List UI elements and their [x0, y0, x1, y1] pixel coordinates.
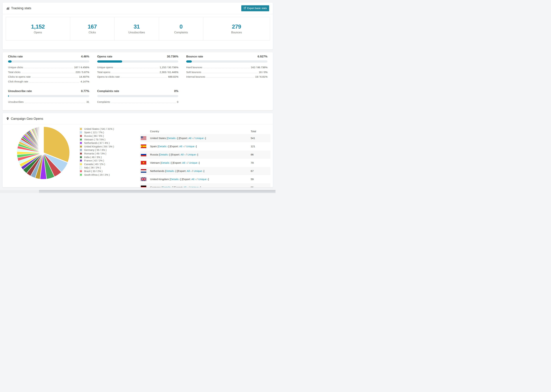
- legend-item-south-africa: South Africa ( 29 / 2% ): [80, 173, 114, 176]
- country-column-header: Country: [140, 130, 159, 133]
- link-separator: /: [191, 169, 194, 172]
- legend-swatch: [80, 149, 82, 151]
- legend-label: Brazil ( 33 / 2% ): [84, 170, 103, 173]
- rate-value-unsubscribe-rate: 0.77%: [81, 90, 89, 93]
- export-basic-stats-button[interactable]: Export basic stats: [241, 5, 269, 11]
- details-link[interactable]: Details ›: [170, 178, 180, 181]
- bracket-close: ]: [199, 161, 200, 164]
- details-link[interactable]: Details ›: [158, 145, 168, 148]
- export-all-link[interactable]: All ›: [184, 186, 188, 187]
- detail-value: 0: [177, 100, 178, 103]
- legend-item-netherlands: Netherlands ( 67 / 4% ): [80, 141, 114, 145]
- legend-label: France ( 42 / 2% ): [84, 159, 104, 162]
- export-unique-link[interactable]: Unique ›: [198, 178, 208, 181]
- geo-row-russia: Russia [Details ›] [Export: All › / Uniq…: [140, 151, 270, 159]
- card-padding: [3, 41, 273, 49]
- export-prefix: ] [Export:: [170, 153, 181, 156]
- rate-card-clicks-rate: Clicks rate4.46%Unique clicks167 / 4.456…: [8, 55, 89, 85]
- geo-row-total: 121: [251, 145, 255, 148]
- detail-row-total-clicks: Total clicks220 / 5.87%: [8, 71, 89, 75]
- detail-label: Click through rate: [8, 80, 28, 83]
- geo-row-total: 59: [251, 178, 254, 181]
- details-link[interactable]: Details ›: [160, 153, 170, 156]
- rate-value-bounce-rate: 6.927%: [258, 55, 268, 58]
- bracket-close: ]: [198, 153, 198, 156]
- detail-value: 14.497%: [79, 75, 89, 78]
- legend-item-canada: Canada ( 40 / 2% ): [80, 162, 114, 166]
- legend-label: Italy ( 36 / 2% ): [84, 166, 101, 169]
- detail-label: Complaints: [97, 100, 110, 103]
- stat-value-opens: 1,152: [31, 23, 45, 30]
- export-unique-link[interactable]: Unique ›: [186, 145, 196, 148]
- details-link[interactable]: Details ›: [162, 186, 172, 187]
- export-all-link[interactable]: All ›: [187, 169, 191, 172]
- flag-ru: [141, 153, 146, 156]
- export-unique-link[interactable]: Unique ›: [190, 186, 200, 187]
- dotted-leader: [32, 77, 78, 78]
- geo-row-country-cell: Russia [Details ›] [Export: All › / Uniq…: [140, 153, 198, 156]
- dotted-leader: [202, 73, 258, 73]
- dotted-leader: [24, 68, 73, 68]
- bracket-close: ]: [200, 186, 201, 187]
- dotted-leader: [114, 68, 158, 68]
- rate-title-clicks-rate: Clicks rate: [8, 55, 23, 58]
- detail-label: Opens to clicks rate: [97, 75, 120, 78]
- rate-title-row: Unsubscribe rate0.77%: [8, 90, 89, 93]
- legend-item-germany: Germany ( 55 / 3% ): [80, 148, 114, 152]
- legend-item-romania: Romania ( 49 / 3% ): [80, 152, 114, 155]
- export-all-link[interactable]: All ›: [182, 161, 187, 164]
- details-link[interactable]: Details ›: [168, 137, 177, 140]
- map-pin-icon: [6, 117, 9, 120]
- legend-label: India ( 46 / 3% ): [84, 156, 102, 159]
- geo-row-country-cell: Netherlands [Details ›] [Export: All › /…: [140, 169, 204, 173]
- legend-swatch: [80, 159, 82, 162]
- detail-value: 2,303 / 61.446%: [160, 71, 178, 74]
- bracket-close: ]: [208, 178, 209, 181]
- dotted-leader: [25, 103, 85, 103]
- stat-label-clicks: Clicks: [89, 31, 96, 34]
- details-link[interactable]: Details ›: [166, 169, 176, 172]
- detail-label: Total clicks: [8, 71, 21, 74]
- geo-row-vietnam: Vietnam [Details ›] [Export: All › / Uni…: [140, 159, 270, 167]
- rate-title-row: Bounce rate6.927%: [186, 55, 268, 58]
- legend-item-united-kingdom: United Kingdom ( 59 / 3% ): [80, 145, 114, 148]
- export-unique-link[interactable]: Unique ›: [194, 169, 204, 172]
- stat-unsubscribes: 31Unsubscribes: [114, 17, 159, 40]
- geo-opens-pie-chart: [16, 125, 71, 181]
- detail-value: 31: [86, 100, 89, 103]
- export-unique-link[interactable]: Unique ›: [195, 137, 205, 140]
- detail-value: 167 / 4.456%: [74, 66, 89, 69]
- stat-bounces: 279Bounces: [203, 17, 270, 40]
- rate-card-bounce-rate: Bounce rate6.927%Hard bounces242 / 86.73…: [186, 55, 268, 85]
- bar-chart-icon: [6, 7, 9, 10]
- legend-swatch: [80, 173, 82, 176]
- rate-title-unsubscribe-rate: Unsubscribe rate: [8, 90, 32, 93]
- details-link[interactable]: Details ›: [161, 161, 171, 164]
- rates-grid: Clicks rate4.46%Unique clicks167 / 4.456…: [3, 52, 273, 110]
- geo-table-rows: United States [Details ›] [Export: All ›…: [140, 134, 270, 187]
- legend-item-spain: Spain ( 121 / 7% ): [80, 131, 114, 134]
- geo-row-country-cell: Spain [Details ›] [Export: All › / Uniqu…: [140, 145, 197, 148]
- export-all-link[interactable]: All ›: [191, 178, 196, 181]
- export-all-link[interactable]: All ›: [188, 137, 193, 140]
- legend-label: Spain ( 121 / 7% ): [84, 131, 104, 134]
- export-all-link[interactable]: All ›: [179, 145, 184, 148]
- export-all-link[interactable]: All ›: [181, 153, 185, 156]
- stat-value-bounces: 279: [232, 23, 241, 30]
- export-unique-link[interactable]: Unique ›: [189, 161, 199, 164]
- legend-item-brazil: Brazil ( 33 / 2% ): [80, 169, 114, 173]
- detail-label: Total opens: [97, 71, 110, 74]
- rate-title-row: Opens rate30.736%: [97, 55, 178, 58]
- export-unique-link[interactable]: Unique ›: [187, 153, 198, 156]
- legend-swatch: [80, 156, 82, 158]
- rate-progress-track: [97, 60, 178, 63]
- stat-label-unsubscribes: Unsubscribes: [128, 31, 145, 34]
- geo-row-total: 67: [251, 169, 254, 173]
- geo-opens-title-text: Campaign Geo Opens: [11, 117, 43, 121]
- rate-details: Unique clicks167 / 4.456%Total clicks220…: [8, 66, 89, 85]
- detail-row-unsubscribes: Unsubscribes31: [8, 100, 89, 105]
- legend-swatch: [80, 128, 82, 130]
- detail-label: Unsubscribes: [8, 100, 24, 103]
- legend-swatch: [80, 145, 82, 148]
- detail-label: Internal bounces: [186, 75, 205, 78]
